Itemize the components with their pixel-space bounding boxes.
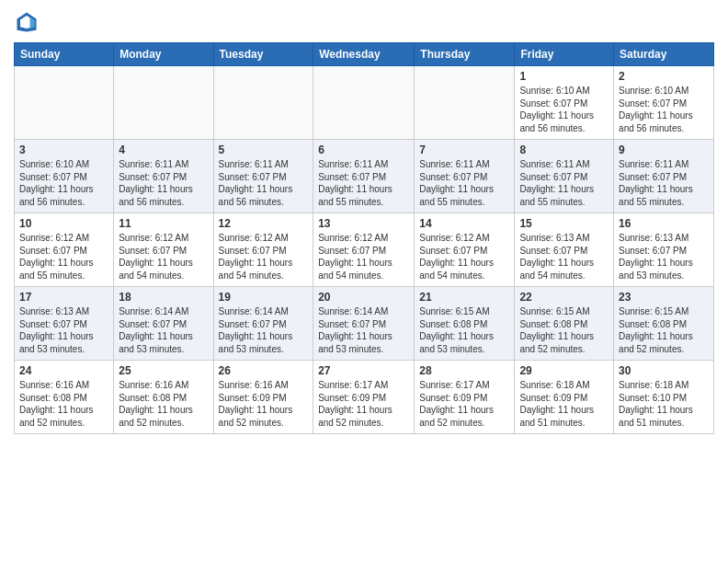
- day-info: Sunrise: 6:18 AM Sunset: 6:10 PM Dayligh…: [619, 379, 709, 429]
- day-info: Sunrise: 6:12 AM Sunset: 6:07 PM Dayligh…: [318, 232, 409, 282]
- day-number: 17: [19, 291, 108, 304]
- col-header-tuesday: Tuesday: [213, 43, 313, 66]
- col-header-saturday: Saturday: [614, 43, 714, 66]
- calendar-cell: 25Sunrise: 6:16 AM Sunset: 6:08 PM Dayli…: [114, 361, 213, 434]
- day-number: 19: [219, 291, 309, 304]
- day-number: 16: [619, 217, 709, 230]
- col-header-friday: Friday: [515, 43, 614, 66]
- calendar-cell: 19Sunrise: 6:14 AM Sunset: 6:07 PM Dayli…: [213, 287, 313, 361]
- calendar-table: SundayMondayTuesdayWednesdayThursdayFrid…: [14, 42, 714, 434]
- day-number: 18: [119, 291, 208, 304]
- calendar-cell: 24Sunrise: 6:16 AM Sunset: 6:08 PM Dayli…: [15, 361, 114, 434]
- calendar-week-row: 24Sunrise: 6:16 AM Sunset: 6:08 PM Dayli…: [15, 361, 714, 434]
- calendar-cell: [114, 66, 213, 140]
- day-info: Sunrise: 6:15 AM Sunset: 6:08 PM Dayligh…: [419, 305, 509, 355]
- header: [14, 9, 714, 35]
- calendar-cell: 26Sunrise: 6:16 AM Sunset: 6:09 PM Dayli…: [213, 361, 313, 434]
- day-info: Sunrise: 6:16 AM Sunset: 6:08 PM Dayligh…: [19, 379, 108, 429]
- day-number: 21: [419, 291, 509, 304]
- calendar-cell: 18Sunrise: 6:14 AM Sunset: 6:07 PM Dayli…: [114, 287, 213, 361]
- calendar-week-row: 1Sunrise: 6:10 AM Sunset: 6:07 PM Daylig…: [15, 66, 714, 140]
- day-info: Sunrise: 6:14 AM Sunset: 6:07 PM Dayligh…: [219, 305, 309, 355]
- day-info: Sunrise: 6:15 AM Sunset: 6:08 PM Dayligh…: [619, 305, 709, 355]
- day-number: 20: [318, 291, 409, 304]
- day-info: Sunrise: 6:16 AM Sunset: 6:09 PM Dayligh…: [219, 379, 309, 429]
- col-header-sunday: Sunday: [15, 43, 114, 66]
- calendar-cell: 11Sunrise: 6:12 AM Sunset: 6:07 PM Dayli…: [114, 213, 213, 287]
- day-info: Sunrise: 6:14 AM Sunset: 6:07 PM Dayligh…: [318, 305, 409, 355]
- calendar-cell: [213, 66, 313, 140]
- day-info: Sunrise: 6:14 AM Sunset: 6:07 PM Dayligh…: [119, 305, 208, 355]
- day-info: Sunrise: 6:16 AM Sunset: 6:08 PM Dayligh…: [119, 379, 208, 429]
- day-number: 15: [519, 217, 609, 230]
- calendar-cell: 2Sunrise: 6:10 AM Sunset: 6:07 PM Daylig…: [614, 66, 714, 140]
- calendar-cell: 4Sunrise: 6:11 AM Sunset: 6:07 PM Daylig…: [114, 140, 213, 213]
- day-number: 7: [419, 144, 509, 156]
- calendar-cell: 30Sunrise: 6:18 AM Sunset: 6:10 PM Dayli…: [614, 361, 714, 434]
- day-info: Sunrise: 6:12 AM Sunset: 6:07 PM Dayligh…: [219, 232, 309, 282]
- day-number: 2: [619, 70, 709, 83]
- calendar-cell: 7Sunrise: 6:11 AM Sunset: 6:07 PM Daylig…: [415, 140, 515, 213]
- day-info: Sunrise: 6:11 AM Sunset: 6:07 PM Dayligh…: [619, 158, 709, 208]
- col-header-thursday: Thursday: [415, 43, 515, 66]
- calendar-cell: 17Sunrise: 6:13 AM Sunset: 6:07 PM Dayli…: [15, 287, 114, 361]
- calendar-cell: 10Sunrise: 6:12 AM Sunset: 6:07 PM Dayli…: [15, 213, 114, 287]
- page: SundayMondayTuesdayWednesdayThursdayFrid…: [0, 0, 728, 563]
- day-number: 5: [219, 144, 309, 156]
- day-number: 8: [519, 144, 609, 156]
- day-info: Sunrise: 6:17 AM Sunset: 6:09 PM Dayligh…: [318, 379, 409, 429]
- calendar-cell: 9Sunrise: 6:11 AM Sunset: 6:07 PM Daylig…: [614, 140, 714, 213]
- logo: [14, 9, 43, 35]
- day-number: 1: [519, 70, 609, 83]
- day-number: 12: [219, 217, 309, 230]
- calendar-cell: 29Sunrise: 6:18 AM Sunset: 6:09 PM Dayli…: [515, 361, 614, 434]
- calendar-week-row: 3Sunrise: 6:10 AM Sunset: 6:07 PM Daylig…: [15, 140, 714, 213]
- calendar-cell: 28Sunrise: 6:17 AM Sunset: 6:09 PM Dayli…: [415, 361, 515, 434]
- calendar-cell: [313, 66, 415, 140]
- calendar-cell: 20Sunrise: 6:14 AM Sunset: 6:07 PM Dayli…: [313, 287, 415, 361]
- calendar-cell: [15, 66, 114, 140]
- day-info: Sunrise: 6:13 AM Sunset: 6:07 PM Dayligh…: [19, 305, 108, 355]
- calendar-header-row: SundayMondayTuesdayWednesdayThursdayFrid…: [15, 43, 714, 66]
- day-number: 11: [119, 217, 208, 230]
- day-number: 25: [119, 364, 208, 377]
- calendar-cell: [415, 66, 515, 140]
- day-info: Sunrise: 6:13 AM Sunset: 6:07 PM Dayligh…: [519, 232, 609, 282]
- col-header-wednesday: Wednesday: [313, 43, 415, 66]
- day-info: Sunrise: 6:11 AM Sunset: 6:07 PM Dayligh…: [318, 158, 409, 208]
- day-number: 27: [318, 364, 409, 377]
- calendar-cell: 12Sunrise: 6:12 AM Sunset: 6:07 PM Dayli…: [213, 213, 313, 287]
- day-number: 23: [619, 291, 709, 304]
- day-info: Sunrise: 6:15 AM Sunset: 6:08 PM Dayligh…: [519, 305, 609, 355]
- calendar-cell: 13Sunrise: 6:12 AM Sunset: 6:07 PM Dayli…: [313, 213, 415, 287]
- calendar-cell: 21Sunrise: 6:15 AM Sunset: 6:08 PM Dayli…: [415, 287, 515, 361]
- day-number: 13: [318, 217, 409, 230]
- logo-icon: [14, 9, 40, 35]
- day-info: Sunrise: 6:17 AM Sunset: 6:09 PM Dayligh…: [419, 379, 509, 429]
- day-number: 29: [519, 364, 609, 377]
- calendar-cell: 14Sunrise: 6:12 AM Sunset: 6:07 PM Dayli…: [415, 213, 515, 287]
- day-info: Sunrise: 6:18 AM Sunset: 6:09 PM Dayligh…: [519, 379, 609, 429]
- day-number: 6: [318, 144, 409, 156]
- calendar-cell: 16Sunrise: 6:13 AM Sunset: 6:07 PM Dayli…: [614, 213, 714, 287]
- calendar-week-row: 10Sunrise: 6:12 AM Sunset: 6:07 PM Dayli…: [15, 213, 714, 287]
- day-info: Sunrise: 6:11 AM Sunset: 6:07 PM Dayligh…: [219, 158, 309, 208]
- day-info: Sunrise: 6:10 AM Sunset: 6:07 PM Dayligh…: [619, 85, 709, 134]
- day-info: Sunrise: 6:12 AM Sunset: 6:07 PM Dayligh…: [419, 232, 509, 282]
- day-info: Sunrise: 6:12 AM Sunset: 6:07 PM Dayligh…: [119, 232, 208, 282]
- calendar-cell: 22Sunrise: 6:15 AM Sunset: 6:08 PM Dayli…: [515, 287, 614, 361]
- day-number: 30: [619, 364, 709, 377]
- day-number: 24: [19, 364, 108, 377]
- calendar-cell: 1Sunrise: 6:10 AM Sunset: 6:07 PM Daylig…: [515, 66, 614, 140]
- day-number: 22: [519, 291, 609, 304]
- day-info: Sunrise: 6:13 AM Sunset: 6:07 PM Dayligh…: [619, 232, 709, 282]
- day-info: Sunrise: 6:10 AM Sunset: 6:07 PM Dayligh…: [19, 158, 108, 208]
- day-number: 28: [419, 364, 509, 377]
- day-info: Sunrise: 6:11 AM Sunset: 6:07 PM Dayligh…: [419, 158, 509, 208]
- day-number: 4: [119, 144, 208, 156]
- day-info: Sunrise: 6:11 AM Sunset: 6:07 PM Dayligh…: [119, 158, 208, 208]
- day-info: Sunrise: 6:12 AM Sunset: 6:07 PM Dayligh…: [19, 232, 108, 282]
- calendar-cell: 6Sunrise: 6:11 AM Sunset: 6:07 PM Daylig…: [313, 140, 415, 213]
- calendar-week-row: 17Sunrise: 6:13 AM Sunset: 6:07 PM Dayli…: [15, 287, 714, 361]
- calendar-cell: 3Sunrise: 6:10 AM Sunset: 6:07 PM Daylig…: [15, 140, 114, 213]
